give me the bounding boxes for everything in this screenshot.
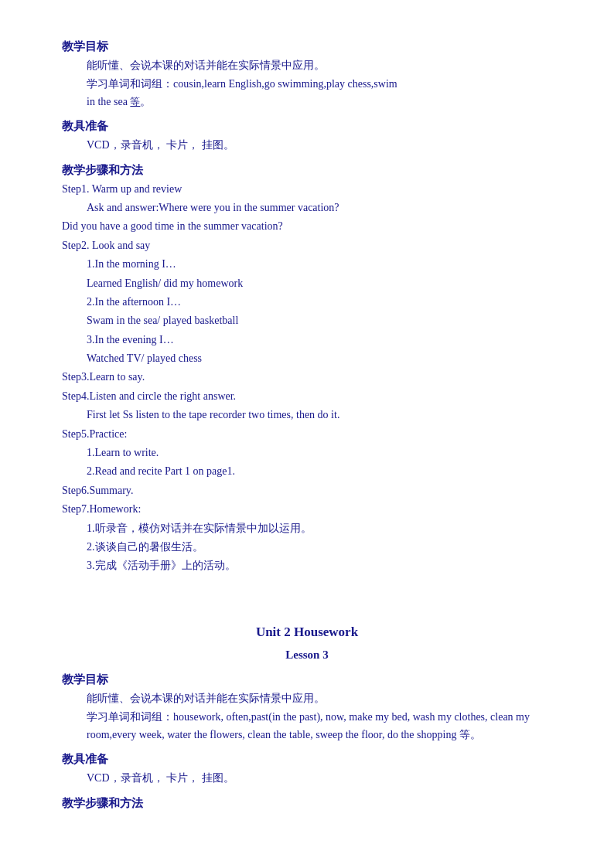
section-2-title: 教具准备 (62, 117, 552, 135)
step2-item-4: 3.In the evening I… (62, 332, 552, 349)
step3-label: Step3.Learn to say. (62, 369, 552, 386)
step1-line2: Did you have a good time in the summer v… (62, 218, 552, 235)
section-1-line2: 学习单词和词组：cousin,learn English,go swimming… (62, 76, 552, 111)
section-1-line2-start: 学习单词和词组：cousin,learn English,go swimming… (87, 78, 397, 90)
section-1-line2-period: 。 (140, 96, 151, 107)
section-1-line1: 能听懂、会说本课的对话并能在实际情景中应用。 (62, 57, 552, 74)
etc-underline: 等 (130, 96, 140, 107)
step7-label: Step7.Homework: (62, 501, 552, 518)
unit2-section1-title: 教学目标 (62, 670, 552, 689)
section-1-title: 教学目标 (62, 37, 552, 56)
step2-item-3: Swam in the sea/ played basketball (62, 312, 552, 329)
step2-item-0: 1.In the morning I… (62, 256, 552, 273)
step5-item-1: 2.Read and recite Part 1 on page1. (62, 463, 552, 480)
unit2-lesson-title: Lesson 3 (62, 645, 552, 664)
step7-item-2: 3.完成《活动手册》上的活动。 (62, 557, 552, 574)
section-3-title: 教学步骤和方法 (62, 161, 552, 179)
step5-label: Step5.Practice: (62, 426, 552, 443)
unit2-section1-line1: 能听懂、会说本课的对话并能在实际情景中应用。 (62, 690, 552, 707)
section-2-line1: VCD，录音机， 卡片， 挂图。 (62, 137, 552, 154)
step5-item-0: 1.Learn to write. (62, 444, 552, 461)
step2-item-2: 2.In the afternoon I… (62, 294, 552, 311)
step1-line1: Ask and answer:Where were you in the sum… (62, 199, 552, 216)
step2-item-5: Watched TV/ played chess (62, 350, 552, 367)
step7-item-0: 1.听录音，模仿对话并在实际情景中加以运用。 (62, 520, 552, 537)
step6-label: Step6.Summary. (62, 482, 552, 499)
unit2-section2-line1: VCD，录音机， 卡片， 挂图。 (62, 770, 552, 787)
step4-label: Step4.Listen and circle the right answer… (62, 388, 552, 405)
step7-item-1: 2.谈谈自己的暑假生活。 (62, 539, 552, 556)
step2-item-1: Learned English/ did my homework (62, 275, 552, 292)
step4-line1: First let Ss listen to the tape recorder… (62, 407, 552, 424)
section-1-line2-end: in the sea (87, 96, 130, 107)
unit2-section3-title: 教学步骤和方法 (62, 794, 552, 812)
unit2-title: Unit 2 Housework (62, 621, 552, 642)
step2-label: Step2. Look and say (62, 237, 552, 254)
unit2-section1-line2: 学习单词和词组：housework, often,past(in the pas… (62, 709, 552, 744)
unit2-section2-title: 教具准备 (62, 750, 552, 768)
step1-label: Step1. Warm up and review (62, 181, 552, 198)
